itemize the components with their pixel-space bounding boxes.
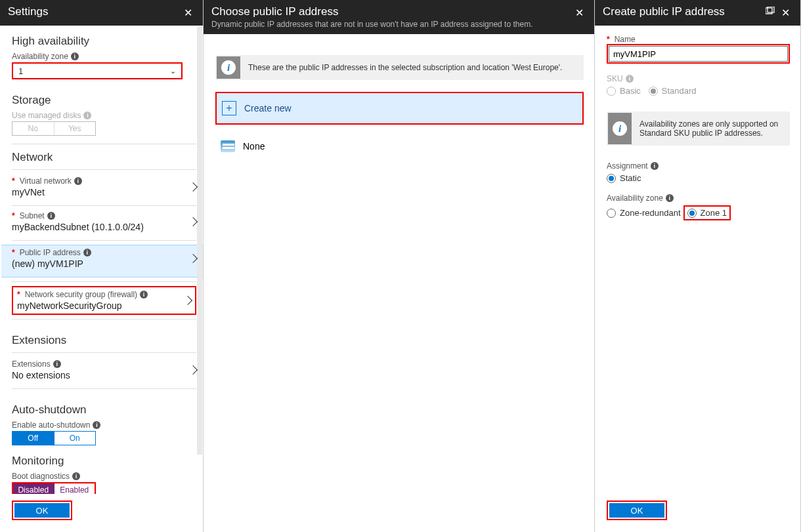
info-icon: i	[626, 75, 634, 83]
create-ip-header: Create public IP address ✕	[595, 0, 800, 26]
info-icon: i	[221, 60, 236, 75]
create-ip-blade: Create public IP address ✕ *Name SKU i B…	[595, 0, 801, 532]
info-icon[interactable]: i	[72, 472, 80, 480]
info-icon: i	[47, 212, 55, 220]
close-icon[interactable]: ✕	[779, 5, 792, 20]
settings-blade: Settings ✕ High availability Availabilit…	[0, 0, 204, 532]
managed-disks-toggle: No Yes	[12, 121, 96, 136]
choose-ip-header: Choose public IP address Dynamic public …	[204, 0, 594, 34]
maximize-icon[interactable]	[766, 5, 775, 20]
ok-button[interactable]: OK	[14, 503, 70, 518]
network-section: Network	[12, 151, 196, 164]
create-ip-title: Create public IP address	[603, 5, 725, 18]
name-label: *Name	[607, 35, 790, 44]
plus-icon: +	[222, 101, 236, 115]
choose-ip-title: Choose public IP address	[211, 5, 532, 18]
close-icon[interactable]: ✕	[181, 5, 195, 20]
sku-group: Basic Standard	[607, 86, 790, 96]
az-info-banner: i Availability zones are only supported …	[607, 112, 790, 146]
choose-ip-subtitle: Dynamic public IP addresses that are not…	[211, 20, 532, 29]
settings-header: Settings ✕	[0, 0, 203, 26]
bootdiag-toggle[interactable]: Disabled Enabled	[12, 482, 96, 494]
choose-ip-blade: Choose public IP address Dynamic public …	[204, 0, 595, 532]
info-icon: i	[613, 121, 627, 136]
create-ip-body: *Name SKU i Basic Standard i Availabilit…	[595, 26, 800, 494]
enabled-button[interactable]: Enabled	[54, 483, 95, 494]
enable-auto-shutdown-label: Enable auto-shutdown i	[12, 420, 196, 430]
virtual-network-row[interactable]: *Virtual network i myVNet	[12, 175, 196, 201]
az-label: Availability zone i	[607, 194, 790, 203]
public-ip-row[interactable]: *Public IP address i (new) myVM1PIP	[1, 245, 203, 277]
sku-label: SKU i	[607, 74, 790, 83]
info-icon[interactable]: i	[71, 52, 79, 60]
info-icon[interactable]: i	[666, 194, 674, 202]
close-icon[interactable]: ✕	[573, 5, 586, 20]
create-new-item[interactable]: + Create new	[217, 93, 582, 123]
availability-zone-select[interactable]: 1 ⌄	[12, 62, 183, 79]
info-icon: i	[140, 291, 148, 298]
static-radio[interactable]	[607, 174, 616, 183]
settings-footer: OK	[0, 494, 203, 532]
ok-button[interactable]: OK	[609, 503, 664, 518]
auto-shutdown-section: Auto-shutdown	[12, 403, 196, 417]
subnet-row[interactable]: *Subnet i myBackendSubnet (10.1.0.0/24)	[12, 210, 196, 236]
availability-zone-label: Availability zone i	[12, 52, 196, 61]
choose-ip-body: i These are the public IP addresses in t…	[204, 34, 594, 532]
chevron-down-icon: ⌄	[170, 67, 176, 75]
create-new-highlight: + Create new	[215, 92, 584, 125]
none-icon	[221, 140, 235, 152]
info-icon: i	[53, 360, 61, 368]
standard-radio	[649, 87, 658, 96]
boot-diag-label: Boot diagnostics i	[12, 472, 196, 481]
info-icon[interactable]: i	[93, 421, 100, 429]
extensions-row[interactable]: Extensions i No extensions	[12, 358, 196, 384]
monitoring-section: Monitoring	[12, 455, 196, 468]
assignment-label: Assignment i	[607, 161, 790, 171]
info-icon: i	[83, 249, 91, 256]
az-group: Zone-redundant Zone 1	[607, 205, 790, 220]
info-icon: i	[74, 177, 82, 185]
name-input[interactable]	[609, 46, 788, 62]
storage-section: Storage	[12, 94, 196, 107]
zone-redundant-radio[interactable]	[607, 209, 616, 218]
yes-button: Yes	[54, 122, 96, 135]
off-button[interactable]: Off	[12, 432, 54, 445]
create-ip-footer: OK	[595, 494, 800, 532]
on-button[interactable]: On	[54, 432, 96, 445]
extensions-section: Extensions	[12, 334, 196, 347]
autoshutdown-toggle[interactable]: Off On	[12, 431, 96, 445]
info-icon[interactable]: i	[651, 162, 659, 170]
high-availability-section: High availability	[12, 35, 196, 48]
settings-body: High availability Availability zone i 1 …	[0, 26, 203, 494]
none-item[interactable]: None	[215, 133, 584, 160]
no-button: No	[12, 122, 54, 135]
disabled-button[interactable]: Disabled	[13, 483, 54, 494]
info-icon[interactable]: i	[83, 112, 91, 119]
use-managed-disks-label: Use managed disks i	[12, 111, 196, 120]
basic-radio	[607, 87, 616, 96]
chevron-right-icon	[183, 296, 192, 305]
settings-title: Settings	[8, 5, 48, 18]
zone1-radio[interactable]	[687, 209, 697, 218]
info-banner: i These are the public IP addresses in t…	[215, 55, 584, 80]
nsg-row[interactable]: *Network security group (firewall) i myN…	[12, 286, 196, 315]
